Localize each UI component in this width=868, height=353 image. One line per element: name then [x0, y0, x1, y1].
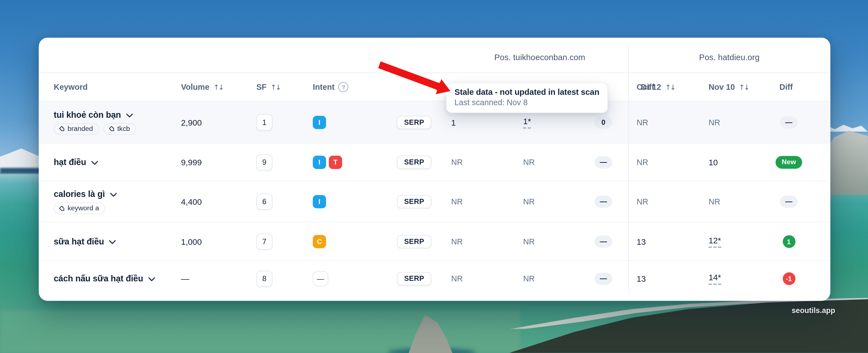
tooltip-subtitle: Last scanned: Nov 8: [455, 98, 599, 107]
table-row: calories là gì keyword a 4,400 6 I SERP …: [39, 181, 831, 223]
intent-commercial-badge: C: [313, 235, 326, 248]
chevron-down-icon[interactable]: [126, 113, 133, 117]
watermark: seoutils.app: [792, 306, 835, 315]
sort-icon[interactable]: ↑↓: [665, 83, 675, 91]
col-header-volume[interactable]: Volume ↑↓: [181, 83, 223, 91]
col-header-intent: Intent ?: [313, 82, 348, 92]
pos-oct-cell: NR: [451, 197, 463, 206]
keyword-tag[interactable]: branded: [54, 123, 99, 135]
diff-cell: —: [769, 196, 808, 208]
serp-cell: SERP: [397, 272, 431, 286]
sf-cell: 1: [256, 114, 272, 130]
pos-nov-cell: NR: [523, 197, 535, 206]
stale-value[interactable]: 1*: [523, 116, 531, 128]
diff-down-badge: -1: [782, 272, 795, 285]
intent-informational-badge: I: [313, 155, 326, 169]
intent-cell: I T: [313, 155, 342, 169]
section-header-row: Pos. tuikhoeconban.com Pos. hatdieu.org: [39, 38, 831, 73]
serp-button[interactable]: SERP: [397, 195, 431, 208]
stale-value[interactable]: 12*: [709, 236, 721, 248]
diff-cell: —: [584, 236, 623, 248]
section-header-tuikhoeconban: Pos. tuikhoeconban.com: [451, 52, 628, 62]
diff-cell: 0: [584, 116, 623, 128]
col-header-sf[interactable]: SF ↑↓: [256, 83, 280, 91]
tooltip-title: Stale data - not updated in latest scan: [455, 88, 599, 96]
serp-cell: SERP: [397, 155, 431, 169]
chevron-down-icon[interactable]: [148, 277, 155, 282]
keyword-expander[interactable]: tui khoẻ còn bạn: [54, 110, 132, 120]
sf-cell: 8: [256, 271, 272, 287]
keyword-cell[interactable]: sữa hạt điều: [54, 237, 116, 247]
keyword-cell[interactable]: hạt điều: [54, 157, 98, 167]
table-row: tui khoẻ còn bạn branded tkcb 2,900 1 I: [39, 101, 831, 143]
keyword-tag[interactable]: tkcb: [103, 123, 136, 135]
column-header-row: Keyword Volume ↑↓ SF ↑↓ Intent ? Diff Oc…: [39, 73, 831, 101]
intent-transactional-badge: T: [329, 155, 342, 169]
col-header-oct12[interactable]: Oct 12 ↑↓: [637, 83, 675, 91]
intent-cell: C: [313, 235, 326, 248]
pos-oct-cell: NR: [451, 274, 463, 283]
diff-badge: —: [594, 236, 612, 248]
serp-button[interactable]: SERP: [397, 235, 431, 248]
keyword-expander[interactable]: calories là gì: [54, 189, 117, 199]
diff-cell: 1: [769, 235, 808, 248]
intent-cell: —: [313, 271, 328, 287]
pos-oct-cell: 1: [451, 117, 456, 127]
serp-button[interactable]: SERP: [397, 155, 431, 169]
col-header-nov10[interactable]: Nov 10 ↑↓: [709, 83, 749, 91]
pos-oct-cell: NR: [637, 158, 648, 167]
sf-cell: 9: [256, 154, 272, 170]
keyword-cell[interactable]: calories là gì keyword a: [54, 189, 117, 214]
volume-cell: 2,900: [181, 117, 202, 127]
pos-nov-cell: NR: [523, 158, 535, 167]
keyword-cell[interactable]: cách nấu sữa hạt điều: [54, 274, 155, 284]
pos-nov-cell: 10: [709, 157, 718, 167]
keyword-expander[interactable]: sữa hạt điều: [54, 237, 116, 247]
keyword-expander[interactable]: hạt điều: [54, 157, 98, 167]
pos-oct-cell: NR: [451, 158, 463, 167]
intent-informational-badge: I: [313, 195, 326, 208]
sf-cell: 6: [256, 194, 272, 209]
sort-icon[interactable]: ↑↓: [271, 83, 280, 91]
volume-cell: —: [181, 274, 189, 284]
keyword-tag[interactable]: keyword a: [54, 203, 105, 214]
stale-value[interactable]: 14*: [709, 273, 721, 285]
diff-badge: —: [780, 196, 798, 208]
screenshot-stage: Pos. tuikhoeconban.com Pos. hatdieu.org …: [0, 0, 868, 353]
chevron-down-icon[interactable]: [110, 193, 117, 197]
pos-oct-cell: 13: [637, 237, 646, 246]
diff-cell: —: [584, 273, 623, 285]
col-header-keyword: Keyword: [54, 83, 88, 91]
section-divider: [628, 43, 629, 293]
sf-badge: 9: [256, 154, 272, 170]
serp-button[interactable]: SERP: [397, 272, 431, 286]
volume-cell: 1,000: [181, 237, 202, 246]
pos-nov-cell: 1*: [523, 116, 531, 128]
serp-cell: SERP: [397, 116, 431, 129]
diff-cell: -1: [769, 272, 808, 285]
sort-icon[interactable]: ↑↓: [213, 83, 223, 91]
pos-nov-cell: NR: [709, 118, 720, 127]
diff-badge: —: [594, 156, 612, 168]
col-header-diff-right: Diff: [779, 83, 793, 91]
serp-button[interactable]: SERP: [397, 116, 431, 129]
stale-data-tooltip: Stale data - not updated in latest scan …: [446, 83, 608, 113]
tag-icon: [59, 205, 65, 211]
keyword-table-card: Pos. tuikhoeconban.com Pos. hatdieu.org …: [39, 38, 831, 301]
diff-cell: —: [584, 156, 623, 168]
pos-nov-cell: 14*: [709, 273, 721, 285]
chevron-down-icon[interactable]: [91, 160, 98, 165]
help-icon[interactable]: ?: [338, 82, 348, 92]
intent-cell: I: [313, 116, 326, 129]
keyword-cell[interactable]: tui khoẻ còn bạn branded tkcb: [54, 110, 136, 135]
pos-oct-cell: NR: [451, 237, 463, 246]
keyword-expander[interactable]: cách nấu sữa hạt điều: [54, 274, 155, 284]
serp-cell: SERP: [397, 235, 431, 248]
sf-badge: 6: [256, 194, 272, 209]
sf-badge: 7: [256, 234, 272, 249]
chevron-down-icon[interactable]: [109, 240, 116, 244]
intent-cell: I: [313, 195, 326, 208]
pos-oct-cell: NR: [637, 197, 648, 206]
sort-icon[interactable]: ↑↓: [739, 83, 749, 91]
diff-cell: New: [769, 156, 808, 169]
